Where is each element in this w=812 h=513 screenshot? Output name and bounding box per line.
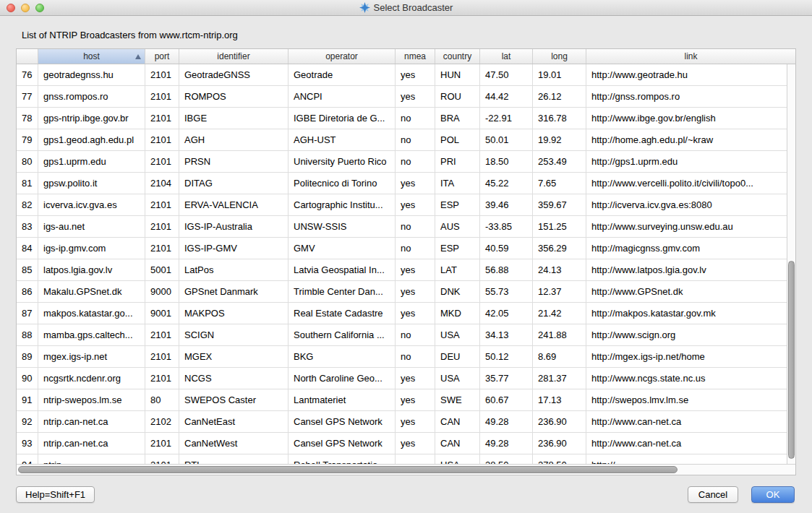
cell-lat: 49.28 [480, 411, 533, 432]
table-row[interactable]: 88mamba.gps.caltech...2101SCIGNSouthern … [17, 324, 787, 346]
cell-long: 19.92 [533, 129, 586, 150]
cell-country: BRA [435, 108, 480, 129]
horizontal-scrollbar-thumb[interactable] [18, 466, 678, 473]
table-row[interactable]: 79gps1.geod.agh.edu.pl2101AGHAGH-USTnoPO… [17, 129, 787, 151]
table-row[interactable]: 84igs-ip.gmv.com2101IGS-IP-GMVGMVnoESP40… [17, 238, 787, 259]
table-row[interactable]: 76geotradegnss.hu2101GeotradeGNSSGeotrad… [17, 64, 787, 86]
vertical-scrollbar-thumb[interactable] [788, 261, 795, 459]
cell-country: SWE [435, 389, 480, 410]
cell-num: 81 [17, 173, 38, 194]
cell-long: 151.25 [533, 216, 586, 237]
cell-nmea: no [396, 216, 435, 237]
cell-link: http://mgex.igs-ip.net/home [586, 346, 787, 367]
close-button[interactable] [7, 4, 15, 12]
cell-nmea: yes [396, 433, 435, 454]
table-row[interactable]: 82icverva.icv.gva.es2101ERVA-VALENCIACar… [17, 194, 787, 216]
table-body: 76geotradegnss.hu2101GeotradeGNSSGeotrad… [17, 64, 787, 464]
table-row[interactable]: 86Makalu.GPSnet.dk9000GPSnet DanmarkTrim… [17, 281, 787, 303]
zoom-button[interactable] [35, 4, 44, 12]
horizontal-scrollbar[interactable] [17, 464, 795, 475]
cell-lat: 39.46 [480, 194, 533, 215]
column-header-nmea[interactable]: nmea [396, 49, 435, 64]
table-row[interactable]: 87makpos.katastar.go...9001MAKPOSReal Es… [17, 303, 787, 324]
table-row[interactable]: 90ncgsrtk.ncdenr.org2101NCGSNorth Caroli… [17, 368, 787, 389]
cell-num: 94 [17, 454, 38, 464]
cell-num: 91 [17, 389, 38, 410]
cell-link: http://www.scign.org [586, 324, 787, 345]
table-row[interactable]: 81gpsw.polito.it2104DITAGPolitecnico di … [17, 173, 787, 194]
cell-country: USA [435, 454, 480, 464]
column-header-port[interactable]: port [145, 49, 179, 64]
cell-identifier: GeotradeGNSS [179, 64, 289, 85]
traffic-lights [7, 4, 44, 12]
cell-num: 84 [17, 238, 38, 259]
cell-country: POL [435, 129, 480, 150]
cell-lat: 40.59 [480, 238, 533, 259]
table-row[interactable]: 89mgex.igs-ip.net2101MGEXBKGnoDEU50.128.… [17, 346, 787, 368]
cell-identifier: IBGE [179, 108, 289, 129]
table-row[interactable]: 91ntrip-swepos.lm.se80SWEPOS CasterLantm… [17, 389, 787, 411]
cell-nmea: yes [396, 411, 435, 432]
cell-country: AUS [435, 216, 480, 237]
cell-operator: Politecnico di Torino [289, 173, 396, 194]
table-row[interactable]: 78gps-ntrip.ibge.gov.br2101IBGEIGBE Dire… [17, 108, 787, 129]
column-header-label: long [551, 51, 568, 61]
column-header-label: operator [325, 51, 358, 61]
cell-nmea: no [396, 346, 435, 367]
help-button[interactable]: Help=Shift+F1 [16, 486, 95, 503]
broadcaster-table: hostportidentifieroperatornmeacountrylat… [16, 48, 796, 475]
minimize-button[interactable] [21, 4, 30, 12]
column-header-label: lat [502, 51, 511, 61]
column-header-label: identifier [217, 51, 249, 61]
cell-identifier: NCGS [179, 368, 289, 389]
list-caption: List of NTRIP Broadcasters from www.rtcm… [22, 30, 238, 40]
column-header-label: link [684, 51, 697, 61]
column-header-identifier[interactable]: identifier [179, 49, 289, 64]
cell-long: 17.13 [533, 389, 586, 410]
column-header-country[interactable]: country [435, 49, 480, 64]
cell-lat: 56.88 [480, 259, 533, 280]
table-row[interactable]: 80gps1.uprm.edu2101PRSNUniversity Puerto… [17, 151, 787, 173]
cell-operator: AGH-UST [289, 129, 396, 150]
column-header-host[interactable]: host [38, 49, 145, 64]
cell-num: 78 [17, 108, 38, 129]
column-header-lat[interactable]: lat [480, 49, 533, 64]
table-row[interactable]: 85latpos.lgia.gov.lv5001LatPosLatvia Geo… [17, 259, 787, 281]
cell-port: 2104 [145, 173, 179, 194]
cell-identifier: DITAG [179, 173, 289, 194]
column-header-num[interactable] [17, 49, 38, 64]
table-row[interactable]: 94ntrip2101RTIRebell Transportatio...USA… [17, 454, 787, 464]
cell-nmea [396, 454, 435, 464]
cell-country: DNK [435, 281, 480, 302]
table-row[interactable]: 92ntrip.can-net.ca2102CanNetEastCansel G… [17, 411, 787, 433]
cancel-button[interactable]: Cancel [688, 486, 738, 503]
titlebar[interactable]: Select Broadcaster [0, 0, 812, 16]
ok-button[interactable]: OK [751, 486, 795, 503]
cell-identifier: PRSN [179, 151, 289, 172]
table-row[interactable]: 77gnss.rompos.ro2101ROMPOSANCPIyesROU44.… [17, 86, 787, 108]
vertical-scrollbar[interactable] [787, 64, 795, 464]
column-header-long[interactable]: long [533, 49, 586, 64]
cell-port: 2101 [145, 194, 179, 215]
cell-country: MKD [435, 303, 480, 324]
column-header-operator[interactable]: operator [289, 49, 396, 64]
cell-identifier: SWEPOS Caster [179, 389, 289, 410]
cell-country: CAN [435, 433, 480, 454]
cell-num: 89 [17, 346, 38, 367]
cell-lat: 47.50 [480, 64, 533, 85]
cell-operator: Real Estate Cadastre [289, 303, 396, 324]
table-row[interactable]: 93ntrip.can-net.ca2101CanNetWestCansel G… [17, 433, 787, 454]
cell-host: ncgsrtk.ncdenr.org [38, 368, 145, 389]
cell-num: 76 [17, 64, 38, 85]
cell-host: mamba.gps.caltech... [38, 324, 145, 345]
cell-identifier: MGEX [179, 346, 289, 367]
cell-identifier: ROMPOS [179, 86, 289, 107]
cell-long: 26.12 [533, 86, 586, 107]
column-header-link[interactable]: link [586, 49, 795, 64]
cell-port: 9001 [145, 303, 179, 324]
cell-nmea: yes [396, 389, 435, 410]
cell-identifier: ERVA-VALENCIA [179, 194, 289, 215]
cell-nmea: no [396, 151, 435, 172]
table-row[interactable]: 83igs-au.net2101IGS-IP-AustraliaUNSW-SSI… [17, 216, 787, 238]
cell-host: gpsw.polito.it [38, 173, 145, 194]
